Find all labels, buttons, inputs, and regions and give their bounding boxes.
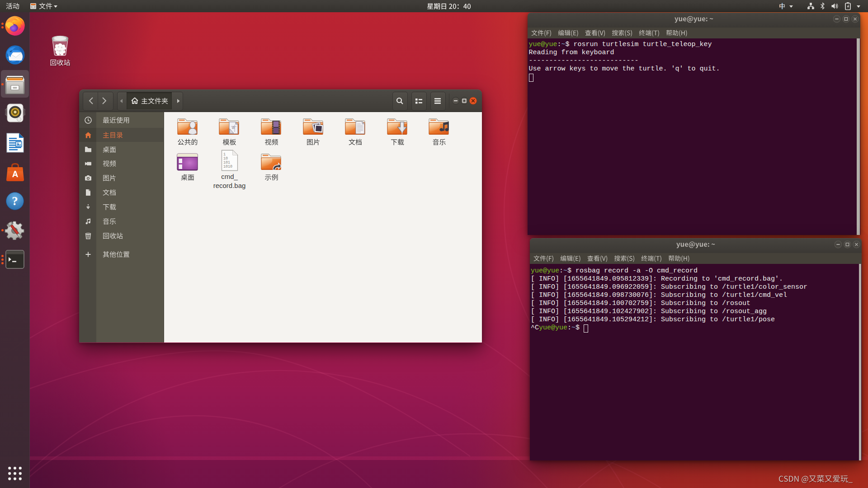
svg-text:1010: 1010: [223, 164, 232, 169]
svg-text:?: ?: [12, 194, 18, 208]
svg-text:a: a: [232, 123, 235, 130]
